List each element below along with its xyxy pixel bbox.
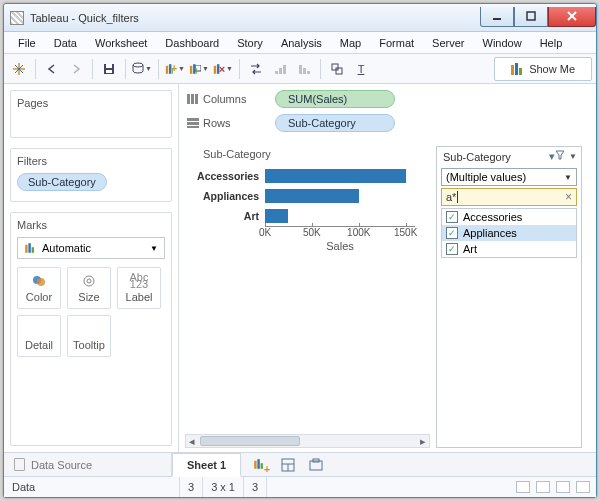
- menu-analysis[interactable]: Analysis: [273, 35, 330, 51]
- sort-asc-button[interactable]: [269, 58, 291, 80]
- menu-worksheet[interactable]: Worksheet: [87, 35, 155, 51]
- menu-help[interactable]: Help: [532, 35, 571, 51]
- show-me-button[interactable]: Show Me: [494, 57, 592, 81]
- status-bar: Data 3 3 x 1 3: [4, 477, 596, 497]
- minimize-button[interactable]: [480, 7, 514, 27]
- marks-size-button[interactable]: Size: [67, 267, 111, 309]
- menu-map[interactable]: Map: [332, 35, 369, 51]
- filter-item[interactable]: ✓Appliances: [442, 225, 576, 241]
- axis-tick-label: 50K: [303, 227, 321, 238]
- app-window: Tableau - Quick_filters File Data Worksh…: [3, 3, 597, 498]
- clear-search-icon[interactable]: ×: [565, 191, 572, 203]
- text-table-button[interactable]: T: [350, 58, 372, 80]
- view-icon-1[interactable]: [516, 481, 530, 493]
- marks-tooltip-button[interactable]: Tooltip: [67, 315, 111, 357]
- svg-point-23: [84, 276, 94, 286]
- scroll-thumb[interactable]: [200, 436, 300, 446]
- filter-pill-subcategory[interactable]: Sub-Category: [17, 173, 107, 191]
- new-story-tab-icon[interactable]: [309, 458, 323, 472]
- data-source-button[interactable]: ▼: [131, 58, 153, 80]
- menu-format[interactable]: Format: [371, 35, 422, 51]
- tooltip-icon: [81, 321, 97, 337]
- swap-button[interactable]: [245, 58, 267, 80]
- window-controls: [480, 9, 596, 27]
- pages-shelf[interactable]: Pages: [10, 90, 172, 138]
- scroll-left-icon[interactable]: ◂: [186, 435, 198, 448]
- bar[interactable]: [265, 209, 288, 223]
- sort-desc-button[interactable]: [293, 58, 315, 80]
- main-area: Pages Filters Sub-Category Marks Automat…: [4, 84, 596, 453]
- columns-pill-sum-sales[interactable]: SUM(Sales): [275, 90, 395, 108]
- axis-tick-label: 100K: [347, 227, 370, 238]
- label-icon: Abc123: [131, 273, 147, 289]
- filter-funnel-icon[interactable]: ▾: [549, 150, 565, 163]
- color-icon: [31, 273, 47, 289]
- horizontal-scrollbar[interactable]: ◂ ▸: [185, 434, 430, 448]
- tableau-logo-icon[interactable]: [8, 58, 30, 80]
- filter-item-label: Accessories: [463, 211, 522, 223]
- mark-type-select[interactable]: Automatic ▼: [17, 237, 165, 259]
- scroll-right-icon[interactable]: ▸: [417, 435, 429, 448]
- filters-shelf[interactable]: Filters Sub-Category: [10, 148, 172, 202]
- back-button[interactable]: [41, 58, 63, 80]
- save-button[interactable]: [98, 58, 120, 80]
- marks-label-button[interactable]: Abc123 Label: [117, 267, 161, 309]
- view-icon-3[interactable]: [556, 481, 570, 493]
- axis-tick-label: 150K: [394, 227, 417, 238]
- menu-data[interactable]: Data: [46, 35, 85, 51]
- window-title: Tableau - Quick_filters: [30, 12, 139, 24]
- marks-detail-button[interactable]: Detail: [17, 315, 61, 357]
- duplicate-sheet-button[interactable]: ▼: [188, 58, 210, 80]
- marks-color-button[interactable]: Color: [17, 267, 61, 309]
- filters-title: Filters: [17, 155, 165, 167]
- menu-dashboard[interactable]: Dashboard: [157, 35, 227, 51]
- sheet-tab-1[interactable]: Sheet 1: [172, 453, 241, 477]
- filter-item-list: ✓Accessories✓Appliances✓Art: [441, 208, 577, 258]
- filter-item[interactable]: ✓Accessories: [442, 209, 576, 225]
- chevron-down-icon: ▼: [564, 173, 572, 182]
- rows-icon: [187, 118, 199, 128]
- bar[interactable]: [265, 189, 359, 203]
- new-dashboard-tab-icon[interactable]: [281, 458, 295, 472]
- checkbox-icon[interactable]: ✓: [446, 211, 458, 223]
- new-worksheet-button[interactable]: +▼: [164, 58, 186, 80]
- filter-search-input[interactable]: a* ×: [441, 188, 577, 206]
- menu-file[interactable]: File: [10, 35, 44, 51]
- new-worksheet-tab-icon[interactable]: +: [253, 458, 267, 472]
- menu-story[interactable]: Story: [229, 35, 271, 51]
- menu-window[interactable]: Window: [475, 35, 530, 51]
- checkbox-icon[interactable]: ✓: [446, 227, 458, 239]
- svg-rect-20: [336, 68, 342, 74]
- svg-rect-19: [332, 64, 338, 70]
- detail-icon: [31, 321, 47, 337]
- maximize-button[interactable]: [514, 7, 548, 27]
- columns-shelf[interactable]: Columns SUM(Sales): [187, 90, 588, 108]
- rows-pill-subcategory[interactable]: Sub-Category: [275, 114, 395, 132]
- size-icon: [81, 273, 97, 289]
- svg-rect-16: [299, 65, 302, 74]
- chart-viz: Sub-Category AccessoriesAppliancesArt0K5…: [179, 142, 436, 448]
- group-button[interactable]: [326, 58, 348, 80]
- checkbox-icon[interactable]: ✓: [446, 243, 458, 255]
- forward-button[interactable]: [65, 58, 87, 80]
- app-icon: [10, 11, 24, 25]
- view-icon-4[interactable]: [576, 481, 590, 493]
- status-dimensions: 3 x 1: [203, 477, 244, 497]
- data-source-tab[interactable]: Data Source: [4, 453, 172, 476]
- titlebar: Tableau - Quick_filters: [4, 4, 596, 32]
- automatic-icon: [25, 243, 35, 253]
- close-button[interactable]: [548, 7, 596, 27]
- menu-server[interactable]: Server: [424, 35, 472, 51]
- filter-value-select[interactable]: (Multiple values) ▼: [441, 168, 577, 186]
- filter-menu-icon[interactable]: ▼: [569, 152, 577, 161]
- shelves: Columns SUM(Sales) Rows Sub-Category: [179, 84, 596, 138]
- view-icon-2[interactable]: [536, 481, 550, 493]
- clear-sheet-button[interactable]: ×▼: [212, 58, 234, 80]
- filter-item[interactable]: ✓Art: [442, 241, 576, 257]
- filter-item-label: Appliances: [463, 227, 517, 239]
- show-me-icon: [511, 63, 523, 75]
- status-marks: 3: [180, 477, 203, 497]
- bar[interactable]: [265, 169, 406, 183]
- rows-shelf[interactable]: Rows Sub-Category: [187, 114, 588, 132]
- svg-rect-13: [275, 71, 278, 74]
